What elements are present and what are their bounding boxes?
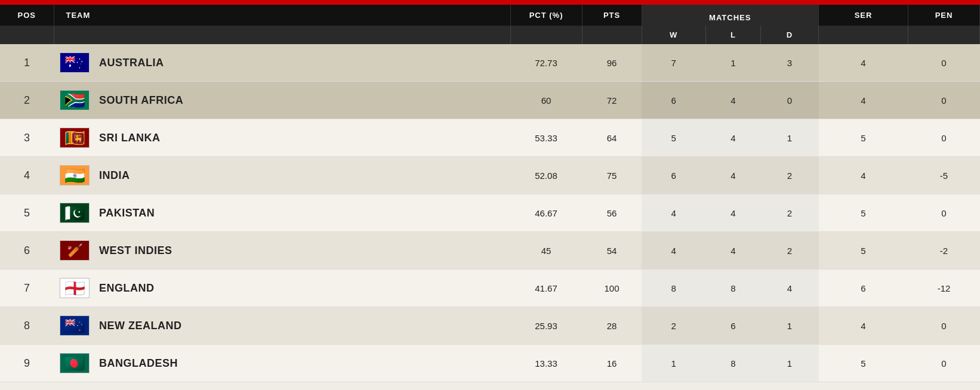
cell-pts: 64: [582, 119, 642, 157]
team-name: ENGLAND: [99, 282, 155, 295]
team-flag: [60, 165, 90, 185]
cell-pct: 72.73: [510, 44, 582, 82]
cell-team: ENGLAND: [54, 270, 510, 307]
table-row: 7 ENGLAND 41.67 100 8 8 4 6 -12: [0, 270, 980, 307]
cell-pen: 0: [908, 194, 980, 232]
cell-team: SRI LANKA: [54, 119, 510, 157]
cell-d: 1: [760, 345, 818, 382]
team-flag: [60, 203, 90, 223]
cell-pts: 100: [582, 270, 642, 307]
team-flag: [60, 353, 90, 373]
standings-table: POS TEAM PCT (%) PTS MATCHES SER PEN W L…: [0, 5, 980, 382]
cell-l: 4: [705, 119, 760, 157]
cell-w: 4: [642, 194, 705, 232]
cell-d: 1: [760, 119, 818, 157]
table-row: 6 WEST INDIES 45 54 4 4 2 5 -2: [0, 232, 980, 270]
cell-team: INDIA: [54, 157, 510, 194]
cell-l: 8: [705, 270, 760, 307]
cell-ser: 4: [819, 82, 908, 119]
cell-w: 4: [642, 232, 705, 270]
col-header-matches: MATCHES: [642, 5, 818, 26]
cell-d: 4: [760, 270, 818, 307]
cell-l: 1: [705, 44, 760, 82]
team-name: NEW ZEALAND: [99, 320, 182, 332]
team-name: INDIA: [99, 169, 130, 182]
header-row-top: POS TEAM PCT (%) PTS MATCHES SER PEN: [0, 5, 980, 26]
cell-d: 0: [760, 82, 818, 119]
col-sub-l: L: [705, 26, 760, 44]
team-name: WEST INDIES: [99, 244, 172, 257]
team-name: SRI LANKA: [99, 132, 161, 144]
cell-pos: 2: [0, 82, 54, 119]
team-cell: INDIA: [60, 165, 506, 185]
cell-ser: 6: [819, 270, 908, 307]
cell-pct: 45: [510, 232, 582, 270]
cell-pos: 3: [0, 119, 54, 157]
cell-ser: 5: [819, 232, 908, 270]
top-bar: [0, 0, 980, 5]
cell-w: 1: [642, 345, 705, 382]
col-sub-pos: [0, 26, 54, 44]
col-sub-pts: [582, 26, 642, 44]
cell-pen: -2: [908, 232, 980, 270]
table-body: 1 AUSTRALIA 72.73 96 7 1 3 4 0 2 SOUTH A…: [0, 44, 980, 382]
team-cell: SOUTH AFRICA: [60, 90, 506, 110]
cell-w: 7: [642, 44, 705, 82]
cell-ser: 5: [819, 119, 908, 157]
cell-pts: 96: [582, 44, 642, 82]
cell-w: 6: [642, 82, 705, 119]
col-header-team: TEAM: [54, 5, 510, 26]
cell-d: 2: [760, 232, 818, 270]
team-cell: PAKISTAN: [60, 203, 506, 223]
col-sub-ser: [819, 26, 908, 44]
table-row: 5 PAKISTAN 46.67 56 4 4 2 5 0: [0, 194, 980, 232]
team-flag: [60, 128, 90, 148]
cell-pos: 9: [0, 345, 54, 382]
col-header-pos: POS: [0, 5, 54, 26]
col-sub-pen: [908, 26, 980, 44]
table-row: 4 INDIA 52.08 75 6 4 2 4 -5: [0, 157, 980, 194]
cell-d: 2: [760, 157, 818, 194]
team-cell: SRI LANKA: [60, 128, 506, 148]
cell-team: AUSTRALIA: [54, 44, 510, 82]
cell-pen: -5: [908, 157, 980, 194]
team-name: PAKISTAN: [99, 207, 155, 219]
cell-pct: 41.67: [510, 270, 582, 307]
cell-pos: 7: [0, 270, 54, 307]
cell-ser: 4: [819, 157, 908, 194]
cell-w: 2: [642, 307, 705, 345]
cell-team: PAKISTAN: [54, 194, 510, 232]
team-cell: WEST INDIES: [60, 240, 506, 261]
cell-pts: 16: [582, 345, 642, 382]
team-flag: [60, 240, 90, 261]
cell-team: WEST INDIES: [54, 232, 510, 270]
header-row-sub: W L D: [0, 26, 980, 44]
cell-pts: 28: [582, 307, 642, 345]
col-header-pen: PEN: [908, 5, 980, 26]
table-row: 8 NEW ZEALAND 25.93 28 2 6 1 4 0: [0, 307, 980, 345]
cell-l: 4: [705, 194, 760, 232]
cell-ser: 5: [819, 345, 908, 382]
cell-l: 4: [705, 232, 760, 270]
cell-d: 2: [760, 194, 818, 232]
cell-pct: 25.93: [510, 307, 582, 345]
cell-pen: 0: [908, 82, 980, 119]
cell-pts: 56: [582, 194, 642, 232]
table-row: 2 SOUTH AFRICA 60 72 6 4 0 4 0: [0, 82, 980, 119]
cell-l: 4: [705, 157, 760, 194]
team-cell: AUSTRALIA: [60, 52, 506, 73]
team-name: SOUTH AFRICA: [99, 94, 183, 107]
cell-d: 3: [760, 44, 818, 82]
cell-pts: 72: [582, 82, 642, 119]
cell-pct: 53.33: [510, 119, 582, 157]
col-header-ser: SER: [819, 5, 908, 26]
cell-w: 5: [642, 119, 705, 157]
cell-pts: 54: [582, 232, 642, 270]
cell-l: 4: [705, 82, 760, 119]
cell-team: NEW ZEALAND: [54, 307, 510, 345]
cell-pct: 60: [510, 82, 582, 119]
team-name: BANGLADESH: [99, 357, 178, 370]
team-flag: [60, 52, 90, 73]
cell-pen: 0: [908, 44, 980, 82]
cell-pct: 52.08: [510, 157, 582, 194]
